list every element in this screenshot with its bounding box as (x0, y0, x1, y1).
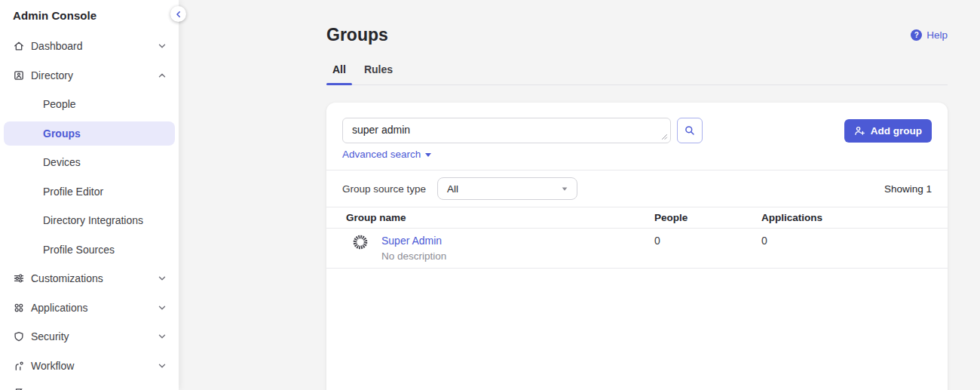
search-icon (684, 124, 696, 137)
sidebar-item-label: Devices (43, 156, 81, 168)
sidebar-nav: Dashboard Directory People Groups Device… (0, 32, 179, 390)
help-link[interactable]: ? Help (911, 29, 948, 41)
tab-all[interactable]: All (326, 63, 352, 84)
sidebar-item-label: People (43, 98, 76, 110)
sidebar-item-label: Security (31, 330, 69, 342)
chevron-down-icon (158, 41, 167, 51)
tab-bar: All Rules (326, 63, 948, 85)
person-plus-icon (854, 125, 865, 137)
app-title: Admin Console (0, 0, 179, 22)
advanced-search-label: Advanced search (342, 149, 421, 160)
sliders-icon (13, 272, 25, 284)
chevron-up-icon (158, 71, 167, 80)
caret-down-icon (425, 153, 431, 157)
help-icon: ? (911, 29, 922, 41)
sidebar-item-directory-integrations[interactable]: Directory Integrations (0, 206, 179, 235)
sidebar-item-devices[interactable]: Devices (0, 148, 179, 177)
sidebar-item-label: Directory (31, 69, 73, 81)
sidebar-collapse-button[interactable] (170, 6, 186, 22)
sidebar-item-people[interactable]: People (0, 90, 179, 119)
sidebar-item-label: Directory Integrations (43, 214, 143, 226)
column-people: People (654, 212, 761, 223)
page-title: Groups (326, 25, 388, 45)
chevron-down-icon (158, 332, 167, 341)
sidebar-item-groups[interactable]: Groups (4, 121, 175, 146)
sidebar-item-directory[interactable]: Directory (0, 61, 179, 91)
group-source-type-select[interactable]: All (437, 177, 577, 200)
sidebar-item-label: Applications (31, 302, 88, 314)
search-button[interactable] (677, 118, 703, 143)
sidebar-item-partial[interactable] (0, 380, 179, 390)
search-input[interactable]: super admin (343, 118, 670, 143)
add-group-label: Add group (871, 125, 922, 137)
sidebar-item-profile-sources[interactable]: Profile Sources (0, 235, 179, 265)
groups-card: super admin Add group Advanced search Gr… (326, 103, 948, 390)
chevron-down-icon (158, 274, 167, 283)
chevron-down-icon (158, 303, 167, 312)
sidebar-item-applications[interactable]: Applications (0, 293, 179, 323)
sidebar-item-profile-editor[interactable]: Profile Editor (0, 177, 179, 207)
sidebar-item-label: Groups (43, 127, 81, 140)
sidebar-item-label: Customizations (31, 272, 103, 284)
directory-icon (13, 69, 25, 81)
showing-count: Showing 1 (884, 183, 932, 195)
workflow-icon (13, 360, 25, 372)
group-source-type-label: Group source type (342, 183, 426, 195)
group-description: No description (381, 250, 446, 263)
select-value: All (447, 183, 458, 195)
sidebar-item-label: Dashboard (31, 40, 83, 52)
main-content: Groups ? Help All Rules super admin Add … (326, 0, 948, 390)
table-row[interactable]: Super Admin No description 0 0 (326, 229, 948, 269)
apps-grid-icon (13, 302, 25, 314)
column-group-name: Group name (342, 212, 654, 223)
column-applications: Applications (761, 212, 932, 223)
table-header: Group name People Applications (326, 207, 948, 229)
home-icon (13, 40, 25, 52)
sidebar-item-workflow[interactable]: Workflow (0, 352, 179, 381)
sidebar-item-label: Workflow (31, 360, 74, 372)
sidebar-item-customizations[interactable]: Customizations (0, 264, 179, 293)
group-search-field[interactable]: super admin (342, 118, 671, 143)
partial-nav-icon (13, 387, 25, 390)
sidebar: Admin Console Dashboard Directory People… (0, 0, 179, 390)
add-group-button[interactable]: Add group (844, 119, 932, 143)
tab-rules[interactable]: Rules (358, 63, 399, 84)
sidebar-item-security[interactable]: Security (0, 322, 179, 352)
sidebar-item-label: Profile Sources (43, 244, 115, 256)
sidebar-item-label: Profile Editor (43, 186, 103, 198)
applications-count: 0 (761, 234, 932, 263)
group-sunburst-icon (352, 234, 369, 250)
chevron-left-icon (174, 10, 183, 19)
group-name-link[interactable]: Super Admin (381, 235, 442, 247)
chevron-down-icon (158, 361, 167, 370)
caret-down-icon (562, 187, 568, 190)
advanced-search-link[interactable]: Advanced search (342, 149, 431, 160)
shield-icon (13, 330, 25, 342)
people-count: 0 (654, 234, 761, 263)
sidebar-item-dashboard[interactable]: Dashboard (0, 32, 179, 61)
help-label: Help (926, 29, 948, 41)
